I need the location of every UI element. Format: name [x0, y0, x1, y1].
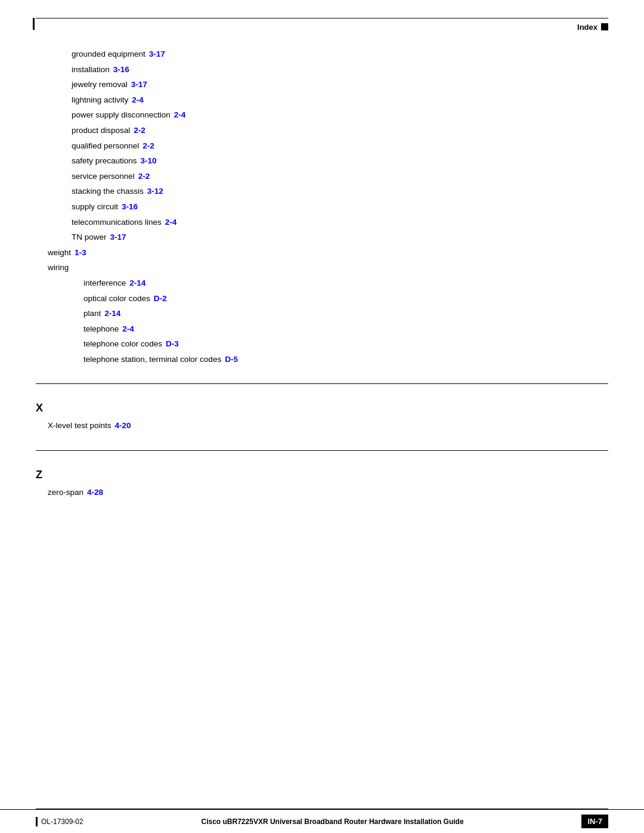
section-z-entries: zero-span 4-28 [36, 486, 608, 499]
list-item: telephone 2-4 [83, 323, 608, 336]
entry-page: D-5 [225, 353, 238, 366]
main-content: grounded equipment 3-17 installation 3-1… [36, 48, 608, 501]
entry-page: 2-14 [129, 277, 145, 290]
entry-text: plant [83, 307, 101, 320]
entry-text: safety precautions [72, 154, 137, 168]
entry-page: 2-4 [165, 216, 177, 229]
wiring-sub-entries: interference 2-14 optical color codes D-… [48, 277, 608, 366]
entry-text: qualified personnel [72, 140, 139, 153]
entry-text: optical color codes [83, 292, 150, 305]
entry-page: 3-16 [122, 200, 138, 213]
list-item: jewelry removal 3-17 [72, 78, 608, 91]
entry-page: 3-10 [141, 154, 157, 168]
entry-text: telephone station, terminal color codes [83, 353, 221, 366]
list-item: interference 2-14 [83, 277, 608, 290]
entry-page: 2-2 [143, 140, 154, 153]
entry-text: lightning activity [72, 94, 128, 107]
entry-page: 3-17 [131, 78, 147, 91]
list-item: telephone station, terminal color codes … [83, 353, 608, 366]
entry-page: 2-2 [134, 124, 145, 137]
list-item: weight 1-3 [48, 246, 608, 259]
entry-text: product disposal [72, 124, 130, 137]
entry-page: 2-4 [122, 323, 134, 336]
entry-text: grounded equipment [72, 48, 145, 61]
footer-left: OL-17309-02 [36, 817, 83, 826]
list-item: stacking the chassis 3-12 [72, 185, 608, 198]
list-item: supply circuit 3-16 [72, 200, 608, 213]
entry-text: interference [83, 277, 126, 290]
list-item: TN power 3-17 [72, 231, 608, 244]
list-item: plant 2-14 [83, 307, 608, 320]
section-z-divider [36, 450, 608, 451]
index-square-icon [601, 23, 608, 30]
entry-text: service personnel [72, 170, 135, 183]
entry-text: weight [48, 246, 71, 259]
entry-page: 2-4 [174, 109, 186, 122]
entry-page: D-3 [166, 337, 179, 351]
entry-text: supply circuit [72, 200, 118, 213]
entry-text: wiring [48, 261, 69, 274]
list-item: service personnel 2-2 [72, 170, 608, 183]
index-label: Index [577, 23, 597, 32]
page-footer: OL-17309-02 Cisco uBR7225VXR Universal B… [0, 809, 644, 833]
footer-doc-number: OL-17309-02 [41, 817, 83, 826]
entry-page: 3-17 [110, 231, 126, 244]
entry-page: 4-28 [87, 486, 103, 499]
list-item: qualified personnel 2-2 [72, 140, 608, 153]
entry-text: power supply disconnection [72, 109, 171, 122]
list-item: product disposal 2-2 [72, 124, 608, 137]
list-item: X-level test points 4-20 [48, 419, 608, 432]
footer-page: IN-7 [581, 815, 608, 828]
entry-text: zero-span [48, 486, 83, 499]
top-left-bar [33, 18, 35, 30]
section-z-letter: Z [36, 469, 608, 481]
entry-page: 3-17 [149, 48, 165, 61]
page-header: Index [36, 18, 608, 36]
list-item: safety precautions 3-10 [72, 154, 608, 168]
sub-entries-list: grounded equipment 3-17 installation 3-1… [36, 48, 608, 244]
list-item: power supply disconnection 2-4 [72, 109, 608, 122]
entry-page: 3-16 [113, 63, 129, 76]
entry-text: TN power [72, 231, 107, 244]
footer-page-number: IN-7 [581, 815, 608, 828]
section-x-divider [36, 383, 608, 384]
list-item: zero-span 4-28 [48, 486, 608, 499]
entry-page: D-2 [154, 292, 167, 305]
list-item: telephone color codes D-3 [83, 337, 608, 351]
entry-page: 4-20 [115, 419, 131, 432]
entry-text: telephone [83, 323, 119, 336]
entry-text: telecommunications lines [72, 216, 162, 229]
footer-title: Cisco uBR7225VXR Universal Broadband Rou… [83, 817, 582, 826]
section-x-entries: X-level test points 4-20 [36, 419, 608, 432]
section-x-letter: X [36, 402, 608, 414]
page-container: Index grounded equipment 3-17 installati… [0, 0, 644, 833]
list-item: grounded equipment 3-17 [72, 48, 608, 61]
list-item: wiring [48, 261, 608, 274]
entry-text: telephone color codes [83, 337, 162, 351]
footer-left-bar-icon [36, 817, 38, 826]
list-item: telecommunications lines 2-4 [72, 216, 608, 229]
list-item: lightning activity 2-4 [72, 94, 608, 107]
entry-text: stacking the chassis [72, 185, 144, 198]
entry-page: 3-12 [147, 185, 163, 198]
header-index: Index [577, 23, 608, 32]
entry-page: 2-2 [138, 170, 150, 183]
entry-text: X-level test points [48, 419, 112, 432]
list-item: optical color codes D-2 [83, 292, 608, 305]
entry-page: 2-4 [132, 94, 144, 107]
list-item: installation 3-16 [72, 63, 608, 76]
entry-page: 2-14 [104, 307, 120, 320]
entry-page: 1-3 [75, 246, 86, 259]
top-level-entries: weight 1-3 wiring interference 2-14 opti… [36, 246, 608, 366]
entry-text: jewelry removal [72, 78, 128, 91]
entry-text: installation [72, 63, 110, 76]
